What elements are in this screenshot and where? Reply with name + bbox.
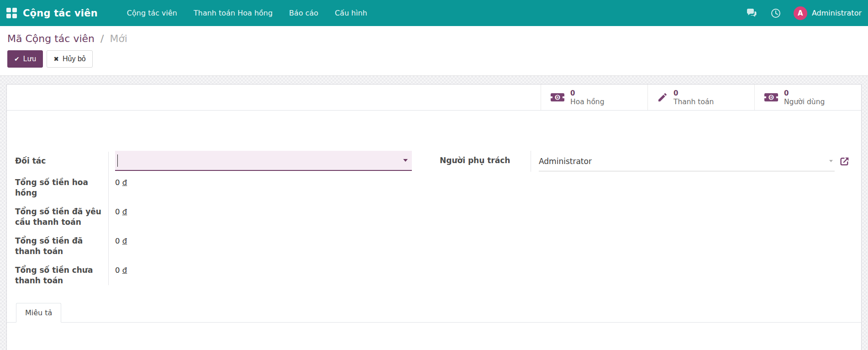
amount-label: Tổng số tiền chưa thanh toán [15, 265, 108, 286]
tab-content [7, 323, 861, 350]
manager-input[interactable]: Administrator [539, 151, 835, 171]
menu-item-cong-tac-vien[interactable]: Cộng tác viên [119, 0, 185, 26]
dropdown-caret-icon[interactable] [403, 159, 408, 162]
amount-value: 0 đ [108, 177, 127, 188]
svg-text:0: 0 [770, 95, 773, 100]
user-avatar[interactable]: A [794, 6, 807, 20]
stat-button-hoa-hong[interactable]: 0 0 Hoa hồng [541, 85, 647, 110]
control-panel-buttons: ✔ Lưu ✖ Hủy bỏ [7, 50, 861, 68]
partner-field-label: Đối tác [15, 151, 108, 166]
amount-value: 0 đ [108, 236, 127, 246]
content-area: 0 0 Hoa hồng 0 [0, 76, 868, 350]
apps-grid-icon[interactable] [6, 8, 17, 19]
currency-symbol[interactable]: đ [122, 178, 127, 187]
stat-value: 0 [784, 89, 825, 98]
stat-button-box: 0 0 Hoa hồng 0 [7, 85, 861, 111]
breadcrumb-separator: / [98, 33, 106, 44]
amount-value: 0 đ [108, 207, 127, 217]
navbar-menu: Cộng tác viên Thanh toán Hoa hồng Báo cá… [119, 0, 375, 26]
currency-symbol[interactable]: đ [122, 266, 127, 275]
check-icon: ✔ [14, 54, 20, 64]
stat-value: 0 [673, 89, 714, 98]
user-menu[interactable]: Administrator [812, 9, 862, 17]
amount-label: Tổng số tiền hoa hồng [15, 177, 108, 198]
amount-value: 0 đ [108, 265, 127, 276]
stat-label: Hoa hồng [570, 98, 605, 106]
field-row-total-requested: Tổng số tiền đã yêu cầu thanh toán 0 đ [15, 207, 433, 228]
money-icon: 0 [550, 92, 565, 102]
save-button-label: Lưu [23, 54, 37, 64]
external-link-icon[interactable] [839, 156, 850, 167]
breadcrumb: Mã Cộng tác viên / Mới [7, 32, 861, 46]
stat-label: Người dùng [784, 98, 825, 106]
breadcrumb-parent-link[interactable]: Mã Cộng tác viên [7, 33, 95, 44]
currency-symbol[interactable]: đ [122, 237, 127, 245]
discard-button[interactable]: ✖ Hủy bỏ [47, 50, 92, 68]
discard-button-label: Hủy bỏ [63, 54, 86, 64]
times-icon: ✖ [53, 54, 59, 64]
manager-field: Administrator [531, 151, 850, 172]
stat-button-thanh-toan[interactable]: 0 Thanh toán [647, 85, 754, 110]
field-row-total-paid: Tổng số tiền đã thanh toán 0 đ [15, 236, 433, 257]
field-group-left: Đối tác Tổng số tiền hoa hồng 0 đ [15, 151, 433, 286]
manager-value: Administrator [539, 157, 592, 166]
dropdown-caret-icon[interactable] [829, 160, 833, 162]
form-sheet: 0 0 Hoa hồng 0 [6, 84, 862, 350]
breadcrumb-current: Mới [110, 33, 127, 44]
svg-text:0: 0 [556, 95, 559, 100]
activity-clock-icon[interactable] [770, 7, 782, 19]
tab-strip: Miêu tả [7, 303, 861, 323]
app-window: Cộng tác viên Cộng tác viên Thanh toán H… [0, 0, 868, 350]
partner-input[interactable] [115, 151, 412, 171]
money-icon: 0 [764, 92, 779, 102]
menu-item-thanh-toan-hoa-hong[interactable]: Thanh toán Hoa hồng [185, 0, 281, 26]
navbar-right: A Administrator [734, 6, 862, 20]
tab-mieu-ta[interactable]: Miêu tả [16, 303, 61, 323]
currency-symbol[interactable]: đ [122, 207, 127, 216]
amount-label: Tổng số tiền đã yêu cầu thanh toán [15, 207, 108, 228]
text-cursor [117, 154, 118, 167]
form-fields: Đối tác Tổng số tiền hoa hồng 0 đ [7, 111, 861, 286]
pencil-icon [657, 92, 668, 103]
amount-label: Tổng số tiền đã thanh toán [15, 236, 108, 257]
field-row-partner: Đối tác [15, 151, 433, 171]
manager-field-label: Người phụ trách [440, 151, 531, 166]
stat-label: Thanh toán [673, 98, 714, 106]
menu-item-bao-cao[interactable]: Báo cáo [281, 0, 326, 26]
notebook: Miêu tả [7, 303, 861, 350]
messages-icon[interactable] [746, 7, 758, 19]
top-navbar: Cộng tác viên Cộng tác viên Thanh toán H… [0, 0, 868, 26]
field-row-total-unpaid: Tổng số tiền chưa thanh toán 0 đ [15, 265, 433, 286]
avatar-initial: A [798, 9, 803, 17]
stat-button-nguoi-dung[interactable]: 0 0 Người dùng [754, 85, 861, 110]
app-title[interactable]: Cộng tác viên [23, 8, 98, 19]
menu-item-cau-hinh[interactable]: Cấu hình [326, 0, 375, 26]
control-panel: Mã Cộng tác viên / Mới ✔ Lưu ✖ Hủy bỏ [0, 26, 868, 76]
save-button[interactable]: ✔ Lưu [7, 50, 43, 68]
stat-value: 0 [570, 89, 605, 98]
field-row-manager: Người phụ trách Administrator [440, 151, 853, 172]
field-row-total-commission: Tổng số tiền hoa hồng 0 đ [15, 177, 433, 198]
field-group-right: Người phụ trách Administrator [440, 151, 853, 172]
